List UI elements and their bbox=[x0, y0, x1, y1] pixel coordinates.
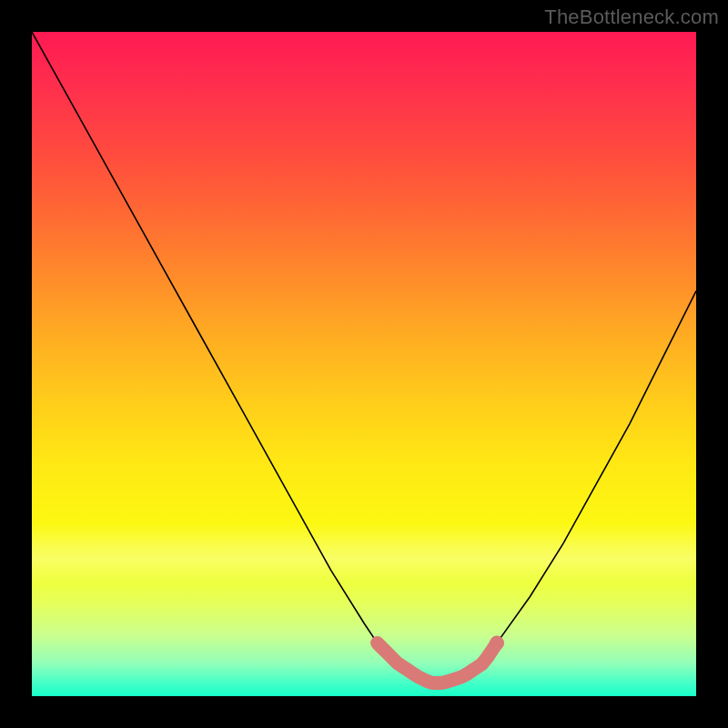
bottleneck-curve bbox=[32, 32, 696, 682]
optimal-zone-end-dot bbox=[490, 636, 504, 651]
gradient-pale-band bbox=[32, 523, 696, 583]
watermark-text: TheBottleneck.com bbox=[544, 5, 719, 29]
chart-container: TheBottleneck.com bbox=[0, 0, 728, 728]
optimal-zone-highlight bbox=[378, 643, 497, 683]
plot-area bbox=[32, 32, 696, 696]
curve-svg bbox=[32, 32, 696, 696]
